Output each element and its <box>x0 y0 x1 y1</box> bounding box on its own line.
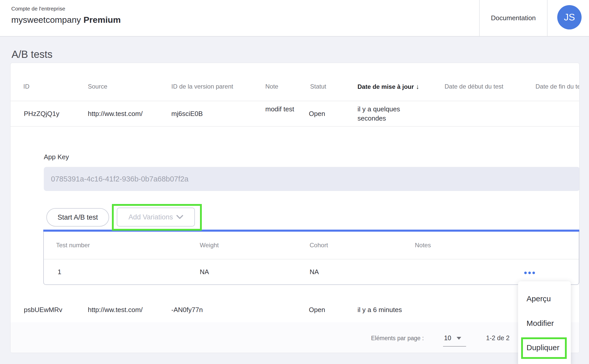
column-header-source[interactable]: Source <box>88 83 107 90</box>
variations-header-cohort: Cohort <box>310 242 328 249</box>
variations-header-weight: Weight <box>200 242 219 249</box>
header-divider <box>10 101 579 101</box>
variation-cohort: NA <box>310 268 319 276</box>
cell-id: psbUEwMRv <box>24 306 62 314</box>
page-title: A/B tests <box>12 49 52 60</box>
app-key-label: App Key <box>44 153 69 161</box>
column-header-statut[interactable]: Statut <box>310 83 326 90</box>
column-header-parent-version[interactable]: ID de la version parent <box>171 83 233 90</box>
screen: Compte de l'entreprise mysweetcompanyPre… <box>0 0 589 364</box>
add-variations-button[interactable]: Add Variations <box>117 208 195 227</box>
account-type-label: Compte de l'entreprise <box>11 6 65 12</box>
cell-source: http://ww.test.com/ <box>88 110 143 118</box>
select-underline <box>443 346 466 347</box>
column-header-start-date[interactable]: Date de début du test <box>445 83 503 90</box>
column-header-note[interactable]: Note <box>265 83 278 90</box>
topbar-divider-right <box>547 0 548 36</box>
top-bar: Compte de l'entreprise mysweetcompanyPre… <box>0 0 589 37</box>
nav-documentation-link[interactable]: Documentation <box>480 0 547 36</box>
caret-down-icon[interactable] <box>457 337 461 340</box>
items-per-page-label: Eléments par page : <box>371 335 424 342</box>
items-per-page-select[interactable]: 10 <box>444 334 451 342</box>
row-divider <box>10 126 579 126</box>
menu-item-apercu[interactable]: Aperçu <box>527 294 551 303</box>
cell-updated: il y a quelques secondes <box>357 104 409 123</box>
ellipsis-dot <box>532 272 535 274</box>
cell-note: modif test <box>265 104 301 114</box>
ab-tests-table-card: ID Source ID de la version parent Note S… <box>10 63 580 353</box>
variation-weight: NA <box>200 268 209 276</box>
variations-header-test-number: Test number <box>56 242 90 249</box>
menu-item-dupliquer[interactable]: Dupliquer <box>527 343 559 352</box>
start-ab-test-button[interactable]: Start A/B test <box>46 208 109 227</box>
variations-accent-bar <box>43 230 579 232</box>
cell-parent-version: -AN0fy77n <box>171 306 203 314</box>
row-actions-menu: Aperçu Modifier Dupliquer <box>518 281 571 364</box>
cell-updated: il y a 6 minutes <box>357 306 402 314</box>
cell-source: http://ww.test.com/ <box>88 306 143 314</box>
add-variations-label: Add Variations <box>129 213 173 221</box>
column-header-updated-sorted[interactable]: Date de mise à jour↓ <box>357 83 419 90</box>
cell-id: PHzZQjQ1y <box>24 110 59 118</box>
user-avatar[interactable]: JS <box>557 5 582 29</box>
variations-header-notes: Notes <box>415 242 431 249</box>
app-key-field[interactable]: 0785391a-4c16-41f2-936b-0b7a68b07f2a <box>44 167 580 191</box>
column-header-end-date[interactable]: Date de fin du te <box>535 83 579 90</box>
row-actions-button[interactable] <box>523 271 536 275</box>
company-plan-badge: Premium <box>83 15 121 25</box>
company-title: mysweetcompanyPremium <box>11 15 121 25</box>
variations-header-divider <box>44 259 579 259</box>
ellipsis-dot <box>528 272 531 274</box>
sort-descending-arrow-icon: ↓ <box>416 83 419 90</box>
company-name: mysweetcompany <box>11 15 81 25</box>
column-header-id[interactable]: ID <box>23 83 29 90</box>
cell-statut: Open <box>309 110 325 118</box>
cell-statut: Open <box>309 306 325 314</box>
chevron-down-icon <box>176 215 183 219</box>
variations-table: Test number Weight Cohort Notes 1 NA NA <box>43 232 579 285</box>
ellipsis-dot <box>524 272 527 274</box>
page-range-label: 1-2 de 2 <box>486 334 510 342</box>
cell-parent-version: mj6sciE0B <box>171 110 203 118</box>
menu-item-modifier[interactable]: Modifier <box>527 319 554 328</box>
variation-test-number: 1 <box>58 268 61 276</box>
column-header-updated-label: Date de mise à jour <box>357 83 414 90</box>
